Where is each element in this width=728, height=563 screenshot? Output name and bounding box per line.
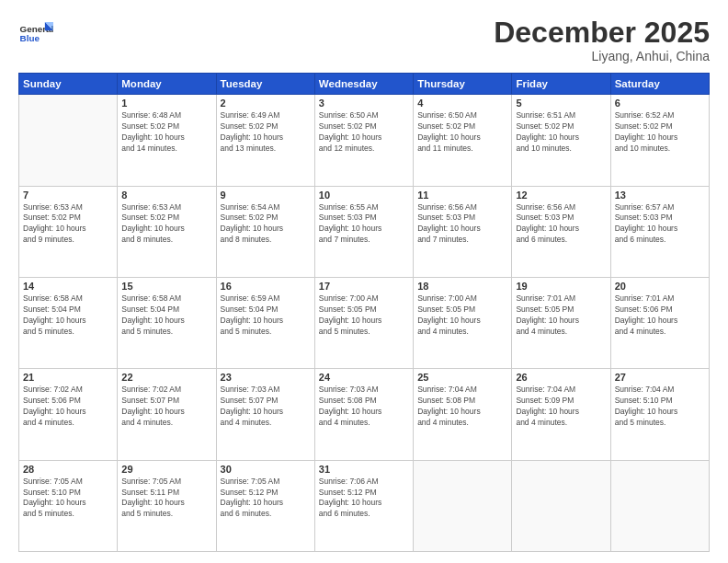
table-row: 5Sunrise: 6:51 AM Sunset: 5:02 PM Daylig… — [512, 95, 610, 186]
table-row: 18Sunrise: 7:00 AM Sunset: 5:05 PM Dayli… — [414, 277, 512, 368]
day-number: 4 — [417, 98, 507, 109]
day-info: Sunrise: 7:04 AM Sunset: 5:08 PM Dayligh… — [417, 385, 507, 429]
day-info: Sunrise: 7:05 AM Sunset: 5:11 PM Dayligh… — [121, 477, 211, 521]
month-title: December 2025 — [494, 17, 710, 49]
table-row — [610, 460, 709, 551]
title-block: December 2025 Liyang, Anhui, China — [494, 17, 710, 63]
table-row: 24Sunrise: 7:03 AM Sunset: 5:08 PM Dayli… — [314, 369, 413, 460]
table-row: 10Sunrise: 6:55 AM Sunset: 5:03 PM Dayli… — [314, 186, 413, 277]
day-info: Sunrise: 6:49 AM Sunset: 5:02 PM Dayligh… — [221, 110, 311, 155]
col-monday: Monday — [118, 74, 216, 95]
col-saturday: Saturday — [610, 74, 709, 95]
day-info: Sunrise: 7:05 AM Sunset: 5:12 PM Dayligh… — [221, 477, 311, 521]
location: Liyang, Anhui, China — [494, 49, 710, 63]
day-number: 21 — [23, 372, 113, 383]
day-info: Sunrise: 6:57 AM Sunset: 5:03 PM Dayligh… — [615, 202, 705, 247]
table-row: 21Sunrise: 7:02 AM Sunset: 5:06 PM Dayli… — [19, 369, 118, 460]
day-number: 14 — [23, 281, 113, 292]
day-info: Sunrise: 7:03 AM Sunset: 5:08 PM Dayligh… — [319, 385, 409, 429]
day-number: 10 — [319, 190, 409, 201]
table-row: 22Sunrise: 7:02 AM Sunset: 5:07 PM Dayli… — [118, 369, 216, 460]
day-info: Sunrise: 6:51 AM Sunset: 5:02 PM Dayligh… — [516, 110, 606, 155]
table-row: 28Sunrise: 7:05 AM Sunset: 5:10 PM Dayli… — [19, 460, 118, 551]
day-info: Sunrise: 6:58 AM Sunset: 5:04 PM Dayligh… — [23, 293, 113, 338]
calendar-week-row: 7Sunrise: 6:53 AM Sunset: 5:02 PM Daylig… — [19, 186, 710, 277]
day-info: Sunrise: 7:00 AM Sunset: 5:05 PM Dayligh… — [319, 293, 409, 338]
day-number: 9 — [221, 190, 311, 201]
table-row: 15Sunrise: 6:58 AM Sunset: 5:04 PM Dayli… — [118, 277, 216, 368]
page: General Blue December 2025 Liyang, Anhui… — [0, 0, 728, 563]
table-row: 1Sunrise: 6:48 AM Sunset: 5:02 PM Daylig… — [118, 95, 216, 186]
table-row: 3Sunrise: 6:50 AM Sunset: 5:02 PM Daylig… — [314, 95, 413, 186]
day-number: 28 — [23, 464, 113, 475]
day-number: 6 — [615, 98, 705, 109]
table-row: 20Sunrise: 7:01 AM Sunset: 5:06 PM Dayli… — [610, 277, 709, 368]
day-info: Sunrise: 6:50 AM Sunset: 5:02 PM Dayligh… — [417, 110, 507, 155]
table-row: 26Sunrise: 7:04 AM Sunset: 5:09 PM Dayli… — [512, 369, 610, 460]
col-wednesday: Wednesday — [314, 74, 413, 95]
day-info: Sunrise: 6:50 AM Sunset: 5:02 PM Dayligh… — [319, 110, 409, 155]
day-number: 18 — [417, 281, 507, 292]
day-number: 8 — [121, 190, 211, 201]
day-number: 22 — [121, 372, 211, 383]
day-info: Sunrise: 6:56 AM Sunset: 5:03 PM Dayligh… — [417, 202, 507, 247]
calendar-week-row: 28Sunrise: 7:05 AM Sunset: 5:10 PM Dayli… — [19, 460, 710, 551]
day-info: Sunrise: 7:02 AM Sunset: 5:07 PM Dayligh… — [121, 385, 211, 429]
col-friday: Friday — [512, 74, 610, 95]
day-number: 29 — [121, 464, 211, 475]
day-info: Sunrise: 7:00 AM Sunset: 5:05 PM Dayligh… — [417, 293, 507, 338]
day-info: Sunrise: 6:56 AM Sunset: 5:03 PM Dayligh… — [516, 202, 606, 247]
day-number: 25 — [417, 372, 507, 383]
day-number: 20 — [615, 281, 705, 292]
day-number: 31 — [319, 464, 409, 475]
table-row: 11Sunrise: 6:56 AM Sunset: 5:03 PM Dayli… — [414, 186, 512, 277]
logo: General Blue — [18, 17, 53, 52]
calendar-week-row: 1Sunrise: 6:48 AM Sunset: 5:02 PM Daylig… — [19, 95, 710, 186]
day-info: Sunrise: 6:59 AM Sunset: 5:04 PM Dayligh… — [221, 293, 311, 338]
day-info: Sunrise: 7:06 AM Sunset: 5:12 PM Dayligh… — [319, 477, 409, 521]
col-tuesday: Tuesday — [216, 74, 314, 95]
day-info: Sunrise: 7:05 AM Sunset: 5:10 PM Dayligh… — [23, 477, 113, 521]
day-info: Sunrise: 7:04 AM Sunset: 5:10 PM Dayligh… — [615, 385, 705, 429]
header: General Blue December 2025 Liyang, Anhui… — [18, 17, 710, 63]
day-info: Sunrise: 7:01 AM Sunset: 5:06 PM Dayligh… — [615, 293, 705, 338]
table-row — [414, 460, 512, 551]
day-number: 16 — [221, 281, 311, 292]
table-row: 31Sunrise: 7:06 AM Sunset: 5:12 PM Dayli… — [314, 460, 413, 551]
day-info: Sunrise: 6:48 AM Sunset: 5:02 PM Dayligh… — [121, 110, 211, 155]
day-number: 19 — [516, 281, 606, 292]
day-number: 13 — [615, 190, 705, 201]
day-info: Sunrise: 7:03 AM Sunset: 5:07 PM Dayligh… — [221, 385, 311, 429]
day-info: Sunrise: 7:02 AM Sunset: 5:06 PM Dayligh… — [23, 385, 113, 429]
table-row — [19, 95, 118, 186]
table-row: 4Sunrise: 6:50 AM Sunset: 5:02 PM Daylig… — [414, 95, 512, 186]
table-row: 16Sunrise: 6:59 AM Sunset: 5:04 PM Dayli… — [216, 277, 314, 368]
table-row: 19Sunrise: 7:01 AM Sunset: 5:05 PM Dayli… — [512, 277, 610, 368]
col-sunday: Sunday — [19, 74, 118, 95]
table-row: 29Sunrise: 7:05 AM Sunset: 5:11 PM Dayli… — [118, 460, 216, 551]
day-number: 15 — [121, 281, 211, 292]
day-info: Sunrise: 7:04 AM Sunset: 5:09 PM Dayligh… — [516, 385, 606, 429]
svg-text:Blue: Blue — [20, 33, 40, 43]
table-row: 9Sunrise: 6:54 AM Sunset: 5:02 PM Daylig… — [216, 186, 314, 277]
table-row: 30Sunrise: 7:05 AM Sunset: 5:12 PM Dayli… — [216, 460, 314, 551]
calendar-week-row: 21Sunrise: 7:02 AM Sunset: 5:06 PM Dayli… — [19, 369, 710, 460]
calendar-week-row: 14Sunrise: 6:58 AM Sunset: 5:04 PM Dayli… — [19, 277, 710, 368]
calendar-header-row: Sunday Monday Tuesday Wednesday Thursday… — [19, 74, 710, 95]
day-number: 26 — [516, 372, 606, 383]
day-number: 5 — [516, 98, 606, 109]
day-number: 3 — [319, 98, 409, 109]
table-row: 2Sunrise: 6:49 AM Sunset: 5:02 PM Daylig… — [216, 95, 314, 186]
day-number: 30 — [221, 464, 311, 475]
table-row: 13Sunrise: 6:57 AM Sunset: 5:03 PM Dayli… — [610, 186, 709, 277]
table-row: 27Sunrise: 7:04 AM Sunset: 5:10 PM Dayli… — [610, 369, 709, 460]
day-info: Sunrise: 6:53 AM Sunset: 5:02 PM Dayligh… — [121, 202, 211, 247]
day-number: 11 — [417, 190, 507, 201]
table-row: 7Sunrise: 6:53 AM Sunset: 5:02 PM Daylig… — [19, 186, 118, 277]
day-info: Sunrise: 6:52 AM Sunset: 5:02 PM Dayligh… — [615, 110, 705, 155]
table-row: 14Sunrise: 6:58 AM Sunset: 5:04 PM Dayli… — [19, 277, 118, 368]
day-info: Sunrise: 6:58 AM Sunset: 5:04 PM Dayligh… — [121, 293, 211, 338]
day-number: 17 — [319, 281, 409, 292]
table-row — [512, 460, 610, 551]
day-number: 2 — [221, 98, 311, 109]
